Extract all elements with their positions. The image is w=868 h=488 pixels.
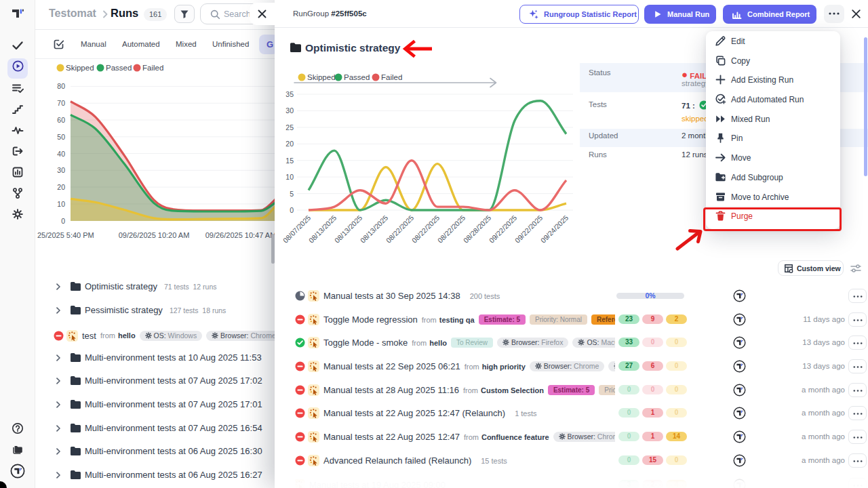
svg-text:09/26/2025 10:20 AM: 09/26/2025 10:20 AM — [119, 231, 190, 239]
svg-text:20: 20 — [285, 140, 294, 148]
svg-text:30: 30 — [285, 106, 294, 115]
svg-text:09/26/2025 10:47 AM: 09/26/2025 10:47 AM — [205, 231, 277, 239]
svg-text:30: 30 — [57, 166, 65, 174]
svg-text:50: 50 — [57, 133, 65, 141]
svg-text:5: 5 — [290, 190, 294, 198]
svg-text:80: 80 — [57, 82, 65, 90]
svg-text:09/24/2025: 09/24/2025 — [539, 214, 570, 245]
svg-text:20: 20 — [57, 183, 65, 191]
svg-text:70: 70 — [57, 99, 65, 107]
svg-text:Failed: Failed — [142, 64, 163, 72]
svg-text:60: 60 — [57, 116, 65, 124]
svg-text:40: 40 — [57, 150, 65, 158]
svg-text:35: 35 — [285, 90, 294, 98]
svg-text:Skipped: Skipped — [307, 73, 336, 81]
svg-text:Skipped: Skipped — [66, 64, 94, 72]
svg-text:10: 10 — [285, 173, 294, 181]
svg-text:25/2025 5:40 PM: 25/2025 5:40 PM — [37, 231, 94, 239]
svg-text:0: 0 — [61, 217, 65, 225]
svg-text:25: 25 — [285, 123, 294, 131]
svg-text:Passed: Passed — [106, 64, 132, 72]
svg-text:Failed: Failed — [381, 73, 402, 81]
svg-text:0: 0 — [290, 206, 294, 214]
svg-text:15: 15 — [285, 157, 294, 165]
svg-text:10: 10 — [57, 200, 65, 208]
svg-text:Passed: Passed — [344, 73, 370, 81]
